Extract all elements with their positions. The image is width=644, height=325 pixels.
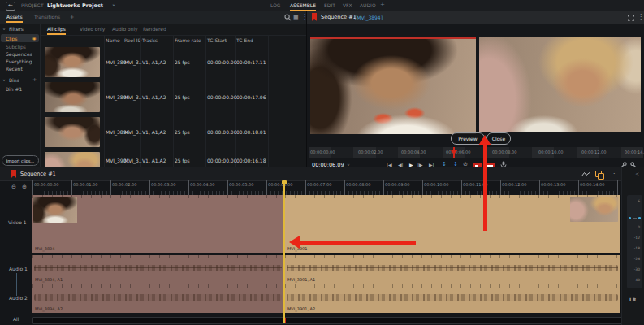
filters-header: Filters xyxy=(9,26,24,32)
clips-tab-all[interactable]: All clips xyxy=(47,26,66,35)
ruler-tick: 00:00:02.00 xyxy=(112,182,136,187)
ruler-tick: 00:00:13.00 xyxy=(541,182,565,187)
timeline-header: Sequence #1 ⋮ xyxy=(0,167,621,181)
ruler-tick: 00:00:06.00 xyxy=(446,150,470,154)
timeline-clip-video-mvi3901[interactable]: MVI_3901 xyxy=(285,195,620,253)
clip-row-mvi-3901[interactable]: MVI_3901 MVI_3.. V1, A1,A2 25 fps 00:00:… xyxy=(41,150,306,167)
room-tab-audio[interactable]: AUDIO xyxy=(360,2,376,8)
viewer-ruler[interactable]: 00:00:00.00 00:00:02.00 00:00:04.00 00:0… xyxy=(309,147,643,158)
room-tab-assemble[interactable]: ASSEMBLE xyxy=(290,2,316,11)
timeline-zoom-out-icon[interactable]: ⊖ xyxy=(11,184,16,190)
room-tab-log[interactable]: LOG xyxy=(270,2,281,8)
meter-scale-6: 6 xyxy=(638,199,640,203)
timeline-zoom-in-icon[interactable]: ⊕ xyxy=(22,184,27,190)
collapse-panel-chevron-left-icon[interactable]: < xyxy=(635,171,639,176)
sidebar-item-subclips[interactable]: Subclips xyxy=(6,44,26,50)
column-header-tracks[interactable]: Tracks xyxy=(142,37,158,43)
timeline-ruler[interactable]: 00:00:00.00 00:00:01.00 00:00:02.00 00:0… xyxy=(32,180,621,195)
meter-level-dash xyxy=(633,218,637,219)
clips-tab-video-only[interactable]: Video only xyxy=(80,26,105,32)
clip-frame-rate: 25 fps xyxy=(175,158,190,163)
track-label-video1[interactable]: Video 1 xyxy=(8,219,27,225)
sequence-viewer-panel: Sequence #1 [MVI_3894] ⋮ Preview Close 0… xyxy=(306,11,644,171)
sidebar-item-bin1[interactable]: Bin #1 xyxy=(6,86,22,92)
add-room-button[interactable]: + xyxy=(380,2,385,8)
add-bin-button[interactable]: + xyxy=(32,76,37,83)
timeline-clip-thumbnail xyxy=(570,197,618,222)
column-header-reel-id[interactable]: Reel ID xyxy=(124,37,141,43)
tab-assets[interactable]: Assets xyxy=(6,14,23,23)
sync-lock-icon[interactable] xyxy=(595,171,602,177)
viewer-frame-right[interactable] xyxy=(479,37,641,132)
add-panel-tab-button[interactable]: + xyxy=(70,14,74,20)
sidebar-item-everything[interactable]: Everything xyxy=(6,58,32,64)
clip-frame-rate: 25 fps xyxy=(175,94,190,100)
meter-channels-label: LR xyxy=(629,297,636,302)
viewer-frame-left[interactable] xyxy=(310,37,476,134)
timeline-playhead[interactable] xyxy=(283,180,285,323)
bins-chevron-down-icon[interactable]: ∨ xyxy=(2,79,6,82)
sidebar-item-recent[interactable]: Recent xyxy=(6,66,23,72)
ruler-tick: 00:00:10.00 xyxy=(538,150,563,154)
video1-track: MVI_3894 MVI_3901 xyxy=(32,195,621,253)
track-label-all[interactable]: All xyxy=(13,316,19,322)
timeline-clip-video-mvi3894[interactable]: MVI_3894 xyxy=(32,195,284,253)
clip-tc-end: 00:00:17.06 xyxy=(236,94,266,100)
filter-active-dot-icon: ◉ xyxy=(32,36,36,41)
search-icon[interactable] xyxy=(284,14,292,21)
clip-tc-end: 00:00:18.01 xyxy=(236,129,266,135)
room-tab-vfx[interactable]: VFX xyxy=(343,2,352,8)
clips-tab-audio-only[interactable]: Audio only xyxy=(112,26,138,32)
clip-thumbnail xyxy=(45,82,100,112)
project-label: PROJECT xyxy=(21,2,44,8)
ruler-tick: 00:00:04.00 xyxy=(190,182,214,187)
tab-transitions[interactable]: Transitions xyxy=(34,14,60,20)
viewer-clip-ref[interactable]: [MVI_3894] xyxy=(355,15,383,20)
ruler-tick: 00:00:08.00 xyxy=(346,182,370,187)
timeline-clip-label: MVI_3894, A2 xyxy=(35,306,63,311)
timeline-overview-bar[interactable] xyxy=(32,317,623,324)
ruler-tick: 00:00:14.0 xyxy=(625,150,644,154)
clips-tab-rendered[interactable]: Rendered xyxy=(143,26,166,32)
timeline-menu-kebab-icon[interactable]: ⋮ xyxy=(611,171,617,177)
viewer-menu-kebab-icon[interactable]: ⋮ xyxy=(638,14,644,20)
column-header-name[interactable]: Name xyxy=(106,37,120,43)
top-bar: ← PROJECT Lightworks Project ∨ LOG ASSEM… xyxy=(0,0,644,12)
column-header-frame-rate[interactable]: Frame rate xyxy=(175,37,201,43)
filters-chevron-down-icon[interactable]: ∨ xyxy=(2,28,6,31)
ruler-tick: 00:00:00.00 xyxy=(310,150,335,154)
keyframes-icon[interactable] xyxy=(581,171,590,177)
clip-thumbnail xyxy=(45,152,100,167)
close-button[interactable]: Close xyxy=(486,132,511,145)
clip-row-mvi-3894[interactable]: MVI_3894 MVI_3.. V1, A1,A2 25 fps 00:00:… xyxy=(41,45,306,80)
exit-project-icon[interactable]: ← xyxy=(6,2,15,11)
frame-ticks xyxy=(285,284,620,288)
sidebar-item-sequences[interactable]: Sequences xyxy=(6,51,32,57)
project-chevron-down-icon[interactable]: ∨ xyxy=(112,3,115,7)
timeline-clip-audio1-mvi3901[interactable]: MVI_3901, A1 xyxy=(285,255,620,284)
timeline-clip-label: MVI_3894 xyxy=(35,246,54,251)
track-label-audio2[interactable]: Audio 2 xyxy=(9,295,28,301)
frame-ticks xyxy=(285,255,620,258)
room-tab-edit[interactable]: EDIT xyxy=(324,2,335,8)
fullscreen-icon[interactable] xyxy=(628,15,634,21)
clip-frame-rate: 25 fps xyxy=(175,59,190,65)
preview-button[interactable]: Preview xyxy=(451,132,485,145)
tile-view-icon[interactable]: ▦ xyxy=(293,14,299,20)
timeline-clip-audio1-mvi3894[interactable]: MVI_3894, A1 xyxy=(32,255,284,284)
ruler-tick: 00:00:07.00 xyxy=(307,182,331,187)
timeline-clip-audio2-mvi3901[interactable]: MVI_3901, A2 xyxy=(285,284,620,313)
clip-row-mvi-3896[interactable]: MVI_3896 MVI_3.. V1, A1,A2 25 fps 00:00:… xyxy=(41,115,306,150)
project-name[interactable]: Lightworks Project xyxy=(47,2,103,9)
track-label-audio1[interactable]: Audio 1 xyxy=(9,266,28,271)
meter-scale--12: -12 xyxy=(634,236,640,240)
viewer-title: Sequence #1 xyxy=(321,14,357,20)
clip-row-mvi-3895[interactable]: MVI_3895 MVI_3.. V1, A1,A2 25 fps 00:00:… xyxy=(41,80,306,115)
frame-ticks xyxy=(32,255,283,258)
ruler-tick: 00:00:10.00 xyxy=(424,182,448,187)
column-header-tc-end[interactable]: TC End xyxy=(236,37,253,43)
sidebar-item-clips[interactable]: Clips ◉ xyxy=(1,34,39,42)
column-header-tc-start[interactable]: TC Start xyxy=(207,37,227,43)
import-clips-button[interactable]: Import clips... xyxy=(2,155,39,166)
timeline-clip-audio2-mvi3894[interactable]: MVI_3894, A2 xyxy=(32,284,284,313)
